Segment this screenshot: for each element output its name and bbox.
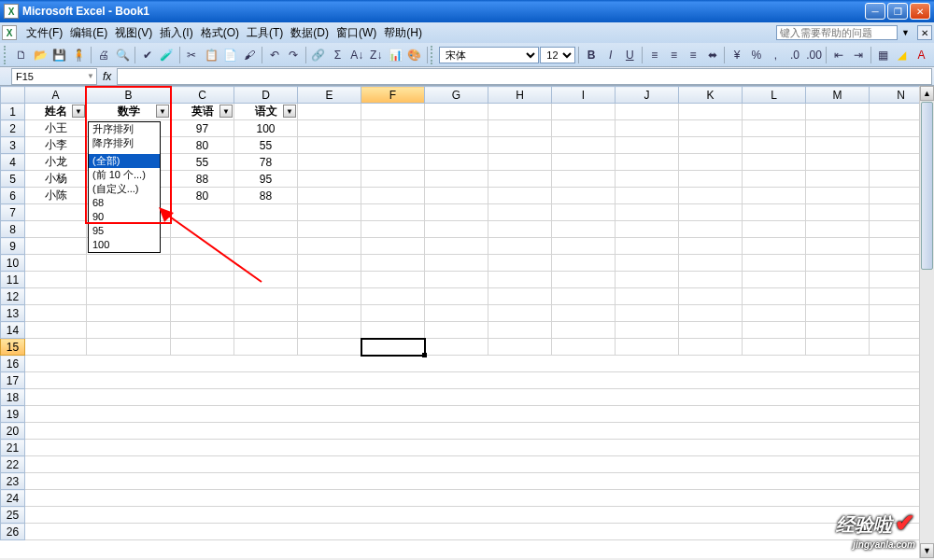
- cell[interactable]: [552, 154, 616, 171]
- col-header-M[interactable]: M: [806, 87, 870, 104]
- cell[interactable]: [234, 305, 298, 322]
- percent-icon[interactable]: %: [747, 46, 766, 64]
- hyperlink-icon[interactable]: 🔗: [309, 46, 328, 64]
- filter-top10[interactable]: (前 10 个...): [89, 168, 160, 182]
- col-header-A[interactable]: A: [25, 87, 87, 104]
- cell[interactable]: [171, 204, 234, 221]
- sort-desc-icon[interactable]: Z↓: [367, 46, 386, 64]
- cell[interactable]: [806, 339, 870, 356]
- col-header-E[interactable]: E: [298, 87, 361, 104]
- row-header[interactable]: 23: [1, 473, 25, 490]
- filter-button-D[interactable]: ▼: [283, 105, 296, 118]
- new-icon[interactable]: 🗋: [12, 46, 31, 64]
- cell[interactable]: [743, 120, 806, 137]
- cell[interactable]: [743, 322, 806, 339]
- cell[interactable]: [425, 204, 488, 221]
- cell[interactable]: [234, 238, 298, 255]
- cell[interactable]: [171, 322, 234, 339]
- cell[interactable]: [616, 238, 679, 255]
- cell[interactable]: [87, 339, 171, 356]
- row-header[interactable]: 14: [1, 322, 25, 339]
- scroll-down-icon[interactable]: ▼: [920, 543, 934, 558]
- cell[interactable]: [806, 322, 870, 339]
- cell[interactable]: [25, 272, 87, 288]
- cell[interactable]: [743, 221, 806, 238]
- row-header[interactable]: 18: [1, 389, 25, 406]
- filter-value[interactable]: 95: [89, 224, 160, 238]
- formula-bar[interactable]: [117, 68, 932, 85]
- row-header[interactable]: 4: [1, 154, 25, 171]
- cell[interactable]: [743, 171, 806, 188]
- cell[interactable]: [25, 456, 933, 473]
- cell[interactable]: [616, 204, 679, 221]
- filter-value[interactable]: 68: [89, 196, 160, 210]
- cell[interactable]: [679, 171, 743, 188]
- fx-icon[interactable]: fx: [103, 70, 111, 83]
- autosum-icon[interactable]: Σ: [329, 46, 347, 64]
- inc-decimal-icon[interactable]: .0: [785, 46, 804, 64]
- cell[interactable]: [552, 188, 616, 204]
- row-header[interactable]: 3: [1, 137, 25, 154]
- align-left-icon[interactable]: ≡: [645, 46, 664, 64]
- cell[interactable]: [25, 507, 933, 524]
- cell[interactable]: [25, 204, 87, 221]
- cell[interactable]: [361, 137, 425, 154]
- cell[interactable]: [679, 137, 743, 154]
- cell[interactable]: [425, 221, 488, 238]
- drawing-icon[interactable]: 🎨: [405, 46, 424, 64]
- col-header-J[interactable]: J: [616, 87, 679, 104]
- cell[interactable]: [171, 255, 234, 272]
- cell[interactable]: [361, 188, 425, 204]
- cell[interactable]: [25, 238, 87, 255]
- cell[interactable]: 95: [234, 171, 298, 188]
- cell[interactable]: [298, 339, 361, 356]
- cell[interactable]: [616, 305, 679, 322]
- workbook-close-button[interactable]: ✕: [917, 25, 932, 40]
- row-header[interactable]: 7: [1, 204, 25, 221]
- inc-indent-icon[interactable]: ⇥: [849, 46, 868, 64]
- cell[interactable]: [488, 288, 552, 305]
- col-header-F[interactable]: F: [361, 87, 425, 104]
- scroll-thumb[interactable]: [921, 102, 933, 270]
- cell[interactable]: 100: [234, 120, 298, 137]
- cell[interactable]: [743, 305, 806, 322]
- row-header[interactable]: 20: [1, 423, 25, 440]
- menu-view[interactable]: 视图(V): [111, 23, 156, 43]
- merge-icon[interactable]: ⬌: [703, 46, 722, 64]
- row-header[interactable]: 26: [1, 524, 25, 540]
- cell[interactable]: [616, 339, 679, 356]
- filter-button-A[interactable]: ▼: [72, 105, 85, 118]
- cell[interactable]: [488, 238, 552, 255]
- cell[interactable]: [87, 322, 171, 339]
- cell[interactable]: [488, 322, 552, 339]
- cell[interactable]: [425, 288, 488, 305]
- fill-color-icon[interactable]: ◢: [893, 46, 912, 64]
- cell[interactable]: [425, 272, 488, 288]
- spell-icon[interactable]: ✔: [138, 46, 157, 64]
- align-right-icon[interactable]: ≡: [684, 46, 702, 64]
- paste-icon[interactable]: 📄: [221, 46, 240, 64]
- col-header-G[interactable]: G: [425, 87, 488, 104]
- cell[interactable]: [616, 154, 679, 171]
- cell[interactable]: 小杨: [25, 171, 87, 188]
- border-icon[interactable]: ▦: [874, 46, 893, 64]
- row-header[interactable]: 9: [1, 238, 25, 255]
- cell[interactable]: 80: [171, 137, 234, 154]
- cell[interactable]: [361, 238, 425, 255]
- cell[interactable]: [361, 171, 425, 188]
- cell-D1[interactable]: 语文▼: [234, 104, 298, 120]
- cell[interactable]: 88: [234, 188, 298, 204]
- cell[interactable]: [679, 204, 743, 221]
- cell[interactable]: [488, 204, 552, 221]
- scroll-up-icon[interactable]: ▲: [920, 86, 934, 101]
- preview-icon[interactable]: 🔍: [114, 46, 133, 64]
- cell[interactable]: [234, 204, 298, 221]
- cell[interactable]: [361, 288, 425, 305]
- help-dropdown-icon[interactable]: ▼: [901, 28, 910, 37]
- filter-button-C[interactable]: ▼: [219, 105, 233, 118]
- row-header[interactable]: 19: [1, 406, 25, 423]
- maximize-button[interactable]: ❐: [887, 3, 908, 20]
- cell[interactable]: [25, 221, 87, 238]
- cell[interactable]: [298, 171, 361, 188]
- cell[interactable]: [488, 171, 552, 188]
